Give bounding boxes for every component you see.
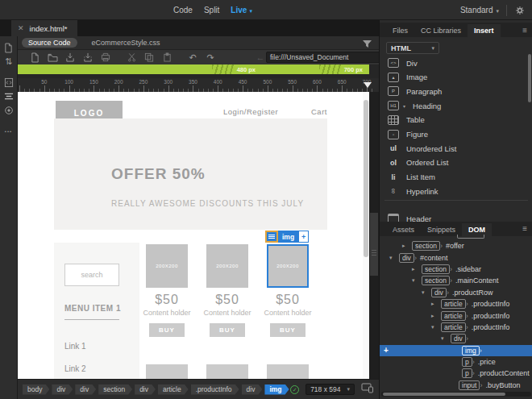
paste-icon[interactable] xyxy=(160,52,174,63)
dom-row[interactable]: ▾div› xyxy=(380,333,532,344)
insert-category-dropdown[interactable]: HTML ▾ xyxy=(386,42,439,54)
file-icon[interactable] xyxy=(2,42,15,54)
product-image[interactable] xyxy=(206,364,248,379)
chevron-expanded-icon[interactable]: ▾ xyxy=(422,289,425,296)
dom-row-productRow[interactable]: ▾div›.productRow xyxy=(380,287,532,298)
url-field[interactable]: file:///Unsaved_Document ▾ xyxy=(266,52,389,63)
tag-selector-div[interactable]: div xyxy=(135,384,156,395)
buy-button[interactable]: BUY xyxy=(270,323,305,337)
tag-selector-img[interactable]: img xyxy=(264,384,289,395)
search-input[interactable] xyxy=(64,264,119,286)
view-mode-split[interactable]: Split xyxy=(204,6,219,15)
chevron-collapsed-icon[interactable]: ▸ xyxy=(402,243,405,249)
insert-item-figure[interactable]: ▫Figure xyxy=(388,128,525,141)
panel-menu-icon[interactable]: ≡ xyxy=(522,26,527,35)
tab-files[interactable]: Files xyxy=(386,24,414,37)
sidebar-link[interactable]: Link 2 xyxy=(64,364,86,373)
tag-selector-div[interactable]: div xyxy=(242,384,263,395)
chevron-expanded-icon[interactable]: ▾ xyxy=(389,255,393,261)
print-icon[interactable] xyxy=(98,52,113,63)
dom-row-content[interactable]: ▾div›#content xyxy=(380,251,532,263)
media-query-segment[interactable]: 480 px xyxy=(207,64,256,74)
element-menu-icon[interactable] xyxy=(265,231,278,243)
dom-row-productContent[interactable]: p›.productContent xyxy=(380,368,532,379)
tab-cc-libraries[interactable]: CC Libraries xyxy=(414,24,468,37)
product-image[interactable]: 200X200 xyxy=(146,244,188,288)
insert-item-ordered-list[interactable]: olOrdered List xyxy=(388,156,525,169)
panel-menu-icon[interactable]: ≡ xyxy=(522,224,527,233)
dom-row-productInfo[interactable]: ▸article›.productInfo xyxy=(380,298,532,310)
dom-row-productInfo[interactable]: ▸article›.productInfo xyxy=(380,310,532,321)
product-image[interactable] xyxy=(267,364,309,379)
copy-icon[interactable] xyxy=(142,52,156,63)
insert-item-paragraph[interactable]: PParagraph xyxy=(388,85,525,98)
insert-item-unordered-list[interactable]: ulUnordered List xyxy=(388,142,525,155)
insert-item-heading[interactable]: H1▾Heading xyxy=(388,99,525,112)
inspect-icon[interactable] xyxy=(2,104,15,116)
sync-settings-icon[interactable] xyxy=(514,5,526,16)
canvas-scrollbar[interactable] xyxy=(363,92,369,379)
tag-selector-div[interactable]: div xyxy=(52,384,73,395)
tag-selector-productInfo[interactable]: .productInfo xyxy=(191,384,239,395)
tag-selector-div[interactable]: div xyxy=(75,384,96,395)
product-image[interactable]: 200X200 xyxy=(206,244,248,288)
dom-row-offer[interactable]: ▸section›#offer xyxy=(380,240,532,251)
toggles-icon[interactable]: ⇅ xyxy=(2,56,15,68)
dom-scrollbar[interactable] xyxy=(381,392,531,397)
chevron-collapsed-icon[interactable]: ▸ xyxy=(431,313,434,319)
tag-selector-section[interactable]: section xyxy=(98,384,132,395)
buy-button[interactable]: BUY xyxy=(149,323,185,337)
scrollbar-thumb[interactable] xyxy=(364,100,368,257)
workspace-switcher[interactable]: Standard▾ xyxy=(460,6,499,15)
save-in-icon[interactable] xyxy=(63,52,77,63)
save-all-icon[interactable] xyxy=(81,52,95,63)
chevron-expanded-icon[interactable]: ▾ xyxy=(412,277,415,284)
dom-row-sidebar[interactable]: ▸section›.sidebar xyxy=(380,264,532,275)
insert-item-hyperlink[interactable]: ∞Hyperlink xyxy=(388,185,525,197)
chevron-collapsed-icon[interactable]: ▸ xyxy=(431,301,434,307)
tag-selector-body[interactable]: body xyxy=(23,384,49,395)
document-tab[interactable]: ✕ index.html* xyxy=(11,20,77,36)
open-icon[interactable] xyxy=(45,52,60,63)
chevron-collapsed-icon[interactable]: ▸ xyxy=(412,266,415,272)
dom-row[interactable]: +img› xyxy=(380,345,532,356)
sidebar-link[interactable]: Link 1 xyxy=(64,342,86,351)
undo-icon[interactable]: ↶ xyxy=(185,52,200,63)
code-view-icon[interactable] xyxy=(2,77,15,89)
dom-row-productInfo[interactable]: ▾article›.productInfo xyxy=(380,322,532,333)
dom-row-mainContent[interactable]: ▾section›.mainContent xyxy=(380,275,532,286)
media-query-segment[interactable]: 700 px xyxy=(314,64,363,74)
view-mode-code[interactable]: Code xyxy=(173,6,193,15)
product-image[interactable] xyxy=(146,364,188,379)
related-file-source-code[interactable]: Source Code xyxy=(22,38,77,48)
dom-row-price[interactable]: p›.price xyxy=(380,356,532,368)
close-icon[interactable]: ✕ xyxy=(18,24,24,32)
add-element-icon[interactable]: + xyxy=(384,346,389,355)
chevron-expanded-icon[interactable]: ▾ xyxy=(431,324,434,330)
extract-icon[interactable] xyxy=(2,90,15,102)
cut-icon[interactable] xyxy=(124,52,139,63)
insert-item-list-item[interactable]: liList Item xyxy=(388,171,525,184)
tag-selector-article[interactable]: article xyxy=(158,384,189,395)
view-mode-live[interactable]: Live▾ xyxy=(231,6,252,15)
related-file-ecommercestyle-css[interactable]: eCommerceStyle.css xyxy=(85,38,167,48)
redo-icon[interactable]: ↷ xyxy=(203,52,218,63)
chevron-expanded-icon[interactable]: ▾ xyxy=(441,335,444,342)
cart-link[interactable]: Cart xyxy=(311,107,327,116)
more-icon[interactable]: ••• xyxy=(2,125,15,137)
insert-item-div[interactable]: <>Div xyxy=(388,56,525,69)
insert-scrollbar-thumb[interactable] xyxy=(528,54,531,102)
product-image[interactable]: 200X200 xyxy=(267,244,309,288)
new-file-icon[interactable] xyxy=(27,52,42,63)
dom-row-buyButton[interactable]: input›.buyButton xyxy=(380,380,532,391)
insert-item-image[interactable]: ▴Image xyxy=(388,71,525,84)
add-element-icon[interactable]: + xyxy=(298,231,309,243)
login-register-link[interactable]: Login/Register xyxy=(223,107,278,116)
chevron-down-icon[interactable]: ▾ xyxy=(403,103,405,109)
panel-splitter-handle[interactable] xyxy=(370,213,378,276)
window-size-dropdown[interactable]: 718 x 594 ▾ xyxy=(305,384,355,395)
device-preview-icon[interactable] xyxy=(361,382,374,397)
scrollbar-thumb[interactable] xyxy=(383,393,505,396)
buy-button[interactable]: BUY xyxy=(210,323,245,337)
insert-item-table[interactable]: Table xyxy=(388,114,525,127)
